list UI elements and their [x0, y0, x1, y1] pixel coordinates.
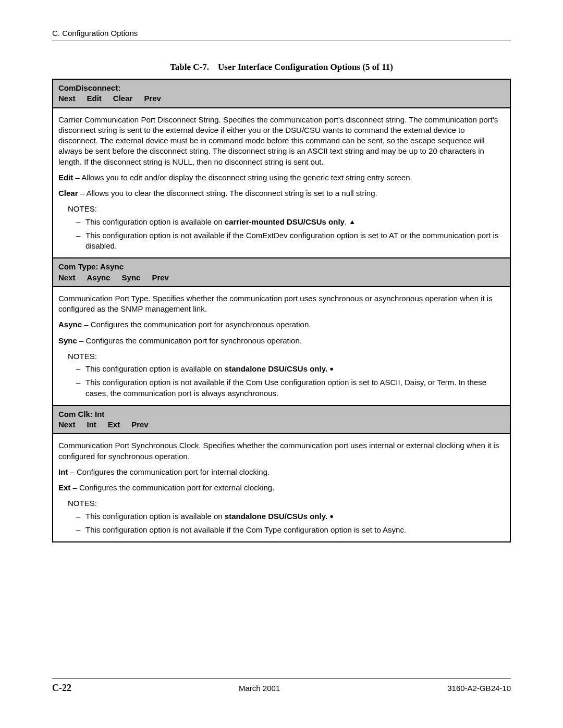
content-paragraph: Ext – Configures the communication port …: [58, 483, 505, 493]
page-number: C-22: [52, 683, 71, 694]
menu-item: Ext: [108, 420, 120, 429]
note-item: This configuration option is available o…: [76, 217, 505, 227]
content-paragraph: Edit – Allows you to edit and/or display…: [58, 172, 505, 183]
content-paragraph: Carrier Communication Port Disconnect St…: [58, 115, 505, 167]
option-header: ComDisconnect:NextEditClearPrev: [53, 79, 510, 108]
menu-item: Int: [87, 420, 96, 429]
menu-item: Sync: [122, 273, 141, 282]
circle-icon: ●: [329, 512, 334, 521]
option-content: Carrier Communication Port Disconnect St…: [53, 108, 510, 258]
menu-item: Async: [87, 273, 111, 282]
content-paragraph: Communication Port Synchronous Clock. Sp…: [58, 440, 505, 462]
menu-item: Prev: [152, 273, 169, 282]
option-menu: NextIntExtPrev: [58, 419, 505, 430]
menu-item: Next: [58, 273, 76, 282]
header-section: C. Configuration Options: [52, 29, 511, 38]
option-title: Com Type: Async: [58, 262, 505, 272]
notes-label: NOTES:: [68, 498, 505, 509]
menu-item: Prev: [144, 94, 161, 103]
content-paragraph: Int – Configures the communication port …: [58, 467, 505, 477]
table-caption: Table C-7. User Interface Configuration …: [52, 62, 511, 72]
triangle-icon: ▲: [349, 217, 356, 227]
notes-list: This configuration option is available o…: [76, 217, 505, 252]
content-paragraph: Sync – Configures the communication port…: [58, 336, 505, 346]
option-header: Com Clk: IntNextIntExtPrev: [53, 405, 510, 434]
footer: C-22 March 2001 3160-A2-GB24-10: [52, 678, 511, 694]
note-item: This configuration option is not availab…: [76, 525, 505, 535]
footer-date: March 2001: [239, 684, 280, 693]
note-item: This configuration option is not availab…: [76, 230, 505, 252]
notes-list: This configuration option is available o…: [76, 364, 505, 399]
footer-rule: [52, 678, 511, 678]
notes-label: NOTES:: [68, 351, 505, 362]
menu-item: Next: [58, 420, 76, 429]
menu-item: Next: [58, 94, 76, 103]
note-item: This configuration option is not availab…: [76, 377, 505, 399]
note-item: This configuration option is available o…: [76, 511, 505, 522]
content-paragraph: Clear – Allows you to clear the disconne…: [58, 188, 505, 199]
menu-item: Clear: [113, 94, 133, 103]
option-title: Com Clk: Int: [58, 409, 505, 419]
option-content: Communication Port Type. Specifies wheth…: [53, 287, 510, 405]
circle-icon: ●: [329, 364, 334, 374]
caption-prefix: Table C-7.: [170, 62, 209, 72]
notes-list: This configuration option is available o…: [76, 511, 505, 536]
header-rule: [52, 41, 511, 41]
content-paragraph: Async – Configures the communication por…: [58, 319, 505, 330]
option-content: Communication Port Synchronous Clock. Sp…: [53, 434, 510, 542]
option-title: ComDisconnect:: [58, 83, 505, 93]
menu-item: Prev: [131, 420, 149, 429]
menu-item: Edit: [87, 94, 102, 103]
content-paragraph: Communication Port Type. Specifies wheth…: [58, 293, 505, 315]
option-header: Com Type: AsyncNextAsyncSyncPrev: [53, 258, 510, 287]
footer-doc: 3160-A2-GB24-10: [447, 684, 511, 693]
note-item: This configuration option is available o…: [76, 364, 505, 374]
config-table: ComDisconnect:NextEditClearPrevCarrier C…: [52, 79, 511, 542]
option-menu: NextAsyncSyncPrev: [58, 273, 505, 283]
notes-label: NOTES:: [68, 204, 505, 214]
caption-title: User Interface Configuration Options (5 …: [218, 62, 393, 72]
option-menu: NextEditClearPrev: [58, 93, 505, 104]
